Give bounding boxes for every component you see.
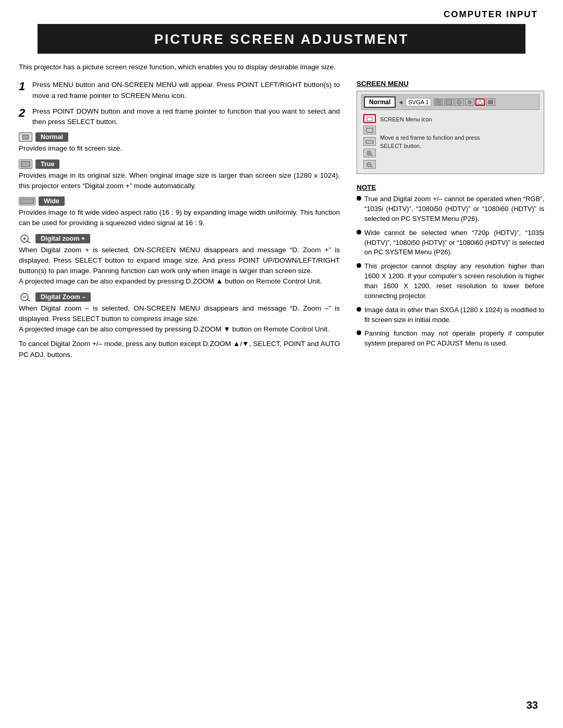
note-item-4: Image data in other than SXGA (1280 x 10…	[357, 305, 544, 325]
main-title: PICTURE SCREEN ADJUSTMENT	[38, 24, 525, 54]
step-num-2: 2	[19, 106, 28, 120]
header-title: COMPUTER INPUT	[444, 9, 538, 19]
wide-label: Wide	[39, 196, 65, 206]
svg-rect-10	[446, 102, 451, 103]
sm-left-icon-dzoom-plus	[363, 149, 376, 157]
bullet-3	[357, 263, 361, 268]
sm-left-icon-wide	[363, 137, 376, 146]
true-desc: Provides image in its original size. Whe…	[19, 170, 340, 192]
note-list: True and Digital zoom +/– cannot be oper…	[357, 194, 544, 349]
smenu-icon-2	[444, 98, 454, 106]
smenu-icon-selected	[475, 98, 485, 106]
svg-line-3	[27, 241, 30, 243]
smenu-icon-5	[486, 98, 495, 106]
digital-zoom-cancel-desc: To cancel Digital Zoom +/– mode, press a…	[19, 339, 340, 360]
screen-menu-section: SCREEN MENU Normal ◄ SVGA 1	[357, 80, 544, 174]
bullet-1	[357, 196, 361, 201]
normal-icon	[19, 132, 32, 142]
digital-zoom-plus-desc: When Digital zoom + is selected, ON-SCRE…	[19, 245, 340, 287]
normal-label: Normal	[35, 132, 68, 142]
svg-rect-17	[367, 117, 372, 121]
sm-left-icon-dzoom-minus	[363, 160, 376, 169]
intro-paragraph: This projector has a picture screen resi…	[19, 62, 544, 72]
note-text-5: Panning function may not operate properl…	[364, 329, 544, 349]
note-section: NOTE True and Digital zoom +/– cannot be…	[357, 183, 544, 349]
wide-desc: Provides image to fit wide video aspect …	[19, 207, 340, 229]
svg-marker-15	[478, 100, 483, 104]
step-1: 1 Press MENU button and ON-SCREEN MENU w…	[19, 80, 340, 101]
svg-rect-8	[437, 101, 440, 103]
normal-desc: Provides image to fit screen size.	[19, 143, 340, 154]
svg-rect-19	[366, 141, 373, 143]
note-text-4: Image data in other than SXGA (1280 x 10…	[364, 305, 544, 325]
note-title: NOTE	[357, 183, 544, 191]
bullet-4	[357, 307, 361, 312]
screen-menu-annotation1: Move a red frame to function and press S…	[380, 133, 480, 151]
smenu-icon-1	[434, 98, 443, 106]
note-text-1: True and Digital zoom +/– cannot be oper…	[364, 194, 544, 224]
digital-zoom-minus-desc: When Digital zoom – is selected, ON-SCRE…	[19, 303, 340, 335]
smenu-icon-4	[465, 98, 474, 106]
true-label: True	[35, 159, 59, 169]
step-num-1: 1	[19, 80, 28, 93]
wide-icon	[19, 197, 35, 205]
note-item-3: This projector cannot display any resolu…	[357, 262, 544, 301]
smenu-normal-label: Normal	[364, 96, 396, 108]
sm-left-icon-normal	[363, 114, 376, 123]
bullet-2	[357, 230, 361, 235]
smenu-icon-3	[455, 98, 464, 106]
step-text-2: Press POINT DOWN button and move a red f…	[32, 106, 340, 128]
sm-left-icon-true	[363, 126, 376, 134]
digital-zoom-minus-label: Digital Zoom –	[35, 292, 91, 302]
func-normal: Normal Provides image to fit screen size…	[19, 132, 340, 154]
screen-menu-icon-label: SCREEN Menu icon	[380, 115, 480, 124]
digital-zoom-plus-label: Digital zoom +	[35, 234, 90, 243]
note-item-1: True and Digital zoom +/– cannot be oper…	[357, 194, 544, 224]
func-digital-zoom-plus: Digital zoom + When Digital zoom + is se…	[19, 234, 340, 287]
page-number: 33	[527, 699, 538, 711]
svg-line-26	[371, 166, 373, 167]
func-wide: Wide Provides image to fit wide video as…	[19, 196, 340, 229]
note-text-3: This projector cannot display any resolu…	[364, 262, 544, 301]
bullet-5	[357, 330, 361, 335]
smenu-svga-label: SVGA 1	[406, 98, 431, 106]
svg-line-23	[371, 155, 373, 156]
svg-rect-18	[366, 128, 373, 132]
digital-zoom-minus-icon	[19, 292, 32, 302]
note-text-2: Wide cannot be selected when “720p (HDTV…	[364, 228, 544, 258]
digital-zoom-plus-icon	[19, 234, 32, 243]
svg-line-6	[27, 300, 30, 301]
step-text-1: Press MENU button and ON-SCREEN MENU wil…	[32, 80, 340, 101]
svg-rect-16	[488, 101, 493, 104]
func-digital-zoom-minus: Digital Zoom – When Digital zoom – is se…	[19, 292, 340, 360]
step-2: 2 Press POINT DOWN button and move a red…	[19, 106, 340, 128]
func-true: True Provides image in its original size…	[19, 159, 340, 192]
svg-line-14	[469, 101, 471, 103]
screen-menu-title: SCREEN MENU	[357, 80, 544, 88]
note-item-5: Panning function may not operate properl…	[357, 329, 544, 349]
smenu-left-arrow: ◄	[397, 99, 404, 105]
true-icon	[19, 159, 32, 169]
note-item-2: Wide cannot be selected when “720p (HDTV…	[357, 228, 544, 258]
page-header: COMPUTER INPUT	[0, 0, 563, 24]
